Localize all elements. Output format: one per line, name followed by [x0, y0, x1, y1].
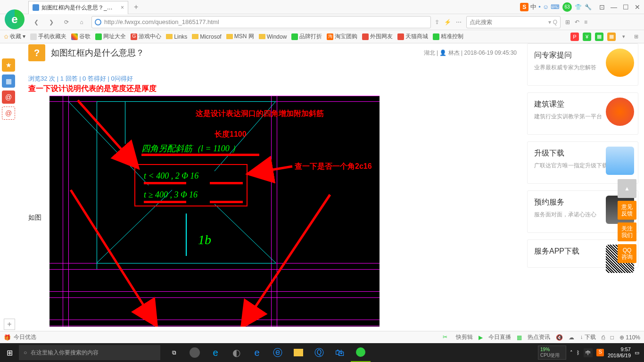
share-icon[interactable]: ⇪	[435, 19, 439, 25]
bookmark-item[interactable]: 天猫商城	[397, 33, 428, 41]
wrench-icon[interactable]: 🔧	[585, 4, 592, 10]
bookmark-folder[interactable]: Microsof	[192, 33, 221, 40]
nav-reload-button[interactable]: ⟳	[60, 16, 73, 28]
tray-bluetooth-icon[interactable]: ᛒ	[577, 350, 580, 355]
bookmark-item[interactable]: 品牌打折	[291, 33, 322, 41]
float-weibo-icon[interactable]: @	[2, 90, 15, 104]
app-icon-360[interactable]	[351, 343, 371, 362]
tshirt-icon[interactable]: 👕	[575, 4, 582, 10]
float-star-icon[interactable]: ★	[2, 58, 15, 72]
window-popout-icon[interactable]: ⊡	[599, 3, 605, 11]
taskbar-search[interactable]: ○ 在这里输入你要搜索的内容	[19, 345, 160, 360]
browser-titlebar: e 如图红框内是什么意思？_广联达 × + S 中 • ☺ ⌨ 63 👕 🔧 ⊡…	[0, 0, 644, 14]
browser-tab[interactable]: 如图红框内是什么意思？_广联达 ×	[28, 1, 128, 14]
clock[interactable]: 9:57 2018/6/19	[608, 346, 631, 359]
bookmark-item[interactable]: 精准控制	[433, 33, 463, 41]
sidebar-card-expert[interactable]: 问专家提问 业界最权威专家为您解答	[527, 43, 638, 86]
ime-emoji-icon[interactable]: ☺	[543, 3, 549, 10]
app-icon-qq[interactable]: Ⓠ	[309, 343, 329, 362]
bookmark-item[interactable]: 网址大全	[95, 33, 126, 41]
taskview-button[interactable]: ⧉	[164, 343, 184, 362]
zoom-label[interactable]: ⊕ 110%	[619, 334, 640, 341]
ext-grid-icon[interactable]: ▦	[595, 33, 603, 41]
bookmark-item[interactable]: 淘淘宝团购	[327, 33, 357, 41]
addr-ext-icon[interactable]: ⊞	[565, 19, 570, 25]
bookmark-folder[interactable]: Links	[166, 33, 187, 40]
more-icon[interactable]: ⋯	[456, 19, 462, 25]
play-icon[interactable]: ▶	[479, 334, 483, 341]
new-tab-button[interactable]: +	[131, 3, 141, 11]
sogou-icon[interactable]: S	[520, 3, 528, 11]
app-icon-ie[interactable]: ⓔ	[268, 343, 288, 362]
ext-apps-icon[interactable]: ⊞	[632, 33, 640, 41]
app-icon-edge[interactable]: e	[206, 343, 225, 362]
bookmark-folder[interactable]: Window	[259, 33, 287, 40]
addr-menu-icon[interactable]: ≡	[584, 19, 587, 25]
plus-tab-button[interactable]: +	[4, 319, 15, 330]
window-icon[interactable]: □	[611, 334, 614, 341]
bookmark-item[interactable]: G游戏中心	[131, 33, 161, 41]
bolt-icon[interactable]: ⚡	[444, 19, 451, 25]
lang-indicator[interactable]: 中	[584, 348, 593, 357]
app-icon-explorer[interactable]	[289, 343, 308, 362]
right-float-bar: ▲ 意见 反馈 关注 我们 QQ 咨询	[618, 179, 636, 263]
follow-button[interactable]: 关注 我们	[618, 222, 636, 241]
nav-forward-button[interactable]: ❯	[45, 16, 58, 28]
print-icon[interactable]: ⎙	[602, 334, 605, 341]
start-button[interactable]: ⊞	[0, 343, 19, 362]
search-icon[interactable]: Q	[553, 19, 557, 25]
nav-back-button[interactable]: ❮	[30, 16, 42, 28]
nav-home-button[interactable]: ⌂	[75, 16, 88, 28]
bookmark-item[interactable]: 外围网友	[362, 33, 393, 41]
feedback-button[interactable]: 意见 反馈	[618, 201, 636, 220]
download-link[interactable]: ↓ 下载	[580, 333, 595, 341]
float-news-icon[interactable]: ▦	[2, 74, 15, 88]
today-picks-link[interactable]: 今日优选	[14, 333, 36, 341]
user-label[interactable]: 👤 林杰	[439, 49, 459, 56]
sogou-tray-icon[interactable]: S	[596, 349, 604, 356]
search-box[interactable]: ▾ Q	[466, 16, 561, 28]
favorites-button[interactable]: ✩✩ 收藏收藏 ▾	[4, 33, 25, 41]
ext-p-icon[interactable]: P	[570, 33, 579, 41]
bookmark-folder[interactable]: MSN 网	[226, 33, 254, 41]
ext-cal-icon[interactable]: ▦	[607, 33, 616, 41]
url-input[interactable]: http://e.fwxgx.com/question_1865177.html	[91, 16, 431, 28]
app-icon-browser[interactable]: ◐	[226, 343, 246, 362]
quickcut-link[interactable]: 快剪辑	[456, 333, 473, 341]
window-close-icon[interactable]: ✕	[635, 3, 640, 11]
search-dropdown-icon[interactable]: ▾	[548, 19, 551, 25]
qq-button[interactable]: QQ 咨询	[618, 244, 636, 263]
scroll-top-button[interactable]: ▲	[618, 179, 636, 198]
notification-badge[interactable]: 63	[562, 2, 572, 12]
hotnews-link[interactable]: 热点资讯	[528, 333, 550, 341]
tray-up-icon[interactable]: ˄	[570, 350, 573, 356]
mute-icon[interactable]: 🔇	[556, 334, 563, 341]
red-underline	[141, 154, 259, 156]
cloud-icon[interactable]: ☁	[569, 334, 574, 341]
window-maximize-icon[interactable]: ☐	[623, 3, 629, 11]
cpu-meter[interactable]: 19% CPU使用	[538, 346, 566, 360]
ime-keyboard-icon[interactable]: ⌨	[551, 3, 560, 10]
browser-logo[interactable]: e	[5, 9, 25, 29]
ext-dropdown-icon[interactable]: ▾	[619, 33, 628, 41]
live-link[interactable]: 今日直播	[488, 333, 511, 341]
sidebar-card-download[interactable]: 升级下载 广联达官方唯一指定升级下载	[527, 141, 638, 184]
float-at-icon[interactable]: @	[2, 107, 15, 120]
news-icon[interactable]: ▦	[517, 334, 522, 341]
bookmark-item[interactable]: 手机收藏夹	[30, 33, 66, 41]
bookmark-item[interactable]: 谷歌	[71, 33, 91, 41]
app-icon-edge2[interactable]: e	[247, 343, 267, 362]
app-icon[interactable]	[185, 343, 205, 362]
sidebar-card-class[interactable]: 建筑课堂 建筑行业实训教学第一平台	[527, 92, 638, 135]
addr-undo-icon[interactable]: ↶	[575, 19, 579, 25]
search-input[interactable]	[470, 19, 548, 25]
cad-drawing: 四角另配斜筋（l = 1100 ） t < 400 , 2 Φ 16 t ≥ 4…	[50, 96, 380, 327]
tab-close-icon[interactable]: ×	[121, 4, 124, 11]
ext-money-icon[interactable]: ¥	[583, 33, 591, 41]
gift-icon[interactable]: 🎁	[4, 334, 11, 341]
ime-indicator[interactable]: S 中 • ☺ ⌨	[520, 3, 560, 11]
notification-center-icon[interactable]: ▭	[635, 350, 639, 356]
window-minimize-icon[interactable]: —	[611, 3, 617, 11]
scissors-icon[interactable]: ✂	[443, 334, 450, 341]
app-icon-store[interactable]: 🛍	[330, 343, 350, 362]
